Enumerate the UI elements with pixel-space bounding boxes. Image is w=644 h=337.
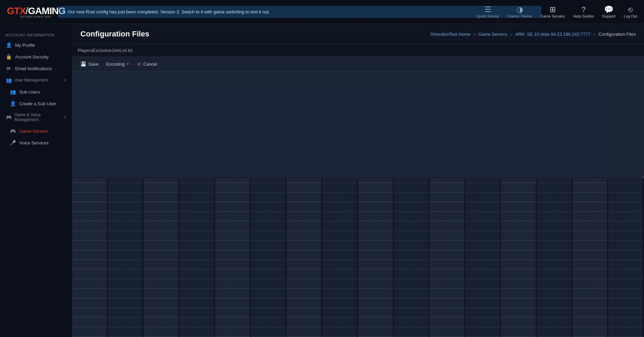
game-servers-nav-label: Game Servers: [541, 14, 565, 18]
my-profile-label: My Profile: [15, 43, 35, 48]
voice-services-icon: 🎤: [10, 140, 16, 145]
sub-users-icon: 👥: [10, 89, 16, 95]
rack-unit-16: [608, 179, 644, 337]
sidebar-item-account-security[interactable]: 🔒 Account Security: [0, 51, 72, 63]
account-security-icon: 🔒: [5, 54, 12, 59]
file-editor-textarea[interactable]: [72, 72, 644, 178]
log-out-label: Log Out: [624, 14, 637, 18]
main-content: Configuration Files GHoultonTest Home » …: [72, 24, 644, 337]
rack-unit-10: [394, 179, 430, 337]
rack-unit-5: [215, 179, 251, 337]
support-icon: 💬: [604, 6, 613, 13]
rack-unit-12: [465, 179, 501, 337]
rack-unit-3: [144, 179, 179, 337]
email-notifications-label: Email Notifications: [15, 66, 52, 71]
breadcrumb-sep-2: »: [510, 32, 512, 37]
game-servers-sidebar-icon: 🎮: [10, 128, 16, 134]
save-icon: 💾: [80, 61, 86, 67]
email-notifications-icon: ✉: [5, 66, 12, 71]
user-management-label: User Management: [14, 78, 48, 83]
encoding-dropdown[interactable]: Encoding ▼: [103, 60, 133, 68]
info-icon: ℹ: [63, 9, 65, 15]
encoding-chevron-icon: ▼: [126, 62, 130, 66]
breadcrumb-game-servers[interactable]: Game Servers: [478, 32, 507, 37]
editor-panel: PlayersExclusiveJoinList.txt 💾 Save Enco…: [72, 44, 644, 178]
breadcrumb-home[interactable]: GHoultonTest Home: [430, 32, 470, 37]
logo-tagline: ESTABLISHED 2007: [21, 15, 52, 18]
notification-message: Our new Rust config has just been comple…: [68, 9, 270, 14]
rack-unit-14: [537, 179, 573, 337]
sidebar-item-email-notifications[interactable]: ✉ Email Notifications: [0, 63, 72, 74]
breadcrumb-bar: Configuration Files GHoultonTest Home » …: [72, 24, 644, 44]
sidebar-item-sub-users[interactable]: 👥 Sub Users: [0, 86, 72, 98]
create-sub-user-label: Create a Sub User: [19, 101, 56, 106]
rack-unit-6: [251, 179, 287, 337]
rack-unit-2: [108, 179, 144, 337]
user-management-group[interactable]: 👥 User Management ∧: [0, 74, 72, 86]
game-voice-icon: 🎮: [5, 115, 12, 120]
game-voice-left: 🎮 Game & Voice Management: [5, 112, 64, 122]
breadcrumb-server[interactable]: ARK: SE 10 slots 94.23.180.242:7777: [515, 32, 590, 37]
nav-support[interactable]: 💬 Support: [602, 6, 615, 18]
help-guides-label: Help Guides: [573, 14, 594, 18]
my-profile-icon: 👤: [5, 42, 12, 48]
page-title: Configuration Files: [80, 30, 149, 39]
game-servers-nav-icon: ⊞: [549, 6, 556, 13]
logo: GTX/GAMING ESTABLISHED 2007: [7, 6, 65, 18]
game-servers-sidebar-label: Game Servers: [19, 129, 48, 134]
navbar: GTX/GAMING ESTABLISHED 2007 ℹ Our new Ru…: [0, 0, 644, 24]
editor-toolbar: 💾 Save Encoding ▼ ⊘ Cancel: [72, 57, 644, 72]
user-management-icon: 👥: [5, 77, 12, 83]
nav-game-servers[interactable]: ⊞ Game Servers: [541, 6, 565, 18]
save-label: Save: [88, 62, 99, 67]
voice-services-label: Voice Services: [19, 140, 48, 145]
game-voice-chevron: ∧: [64, 115, 67, 120]
sidebar: Account Information 👤 My Profile 🔒 Accou…: [0, 24, 72, 337]
breadcrumb-sep-3: »: [593, 32, 596, 37]
rack-unit-9: [358, 179, 394, 337]
user-management-left: 👥 User Management: [5, 77, 48, 83]
sidebar-item-create-sub-user[interactable]: 👤 Create a Sub User: [0, 98, 72, 109]
main-layout: Account Information 👤 My Profile 🔒 Accou…: [0, 24, 644, 337]
rack-unit-1: [72, 179, 108, 337]
logo-area: GTX/GAMING ESTABLISHED 2007: [7, 6, 65, 18]
nav-help-guides[interactable]: ? Help Guides: [573, 6, 594, 18]
save-button[interactable]: 💾 Save: [76, 59, 103, 68]
rack-unit-7: [287, 179, 322, 337]
server-rack-background: [72, 179, 644, 337]
log-out-icon: ⎋: [628, 6, 633, 13]
cancel-icon: ⊘: [137, 61, 141, 67]
nav-log-out[interactable]: ⎋ Log Out: [624, 6, 637, 18]
breadcrumb-current: Configuration Files: [599, 32, 636, 37]
cancel-button[interactable]: ⊘ Cancel: [133, 59, 161, 68]
rack-unit-11: [430, 179, 465, 337]
rack-unit-4: [179, 179, 215, 337]
breadcrumb-nav: GHoultonTest Home » Game Servers » ARK: …: [430, 32, 636, 37]
rack-unit-13: [501, 179, 537, 337]
support-label: Support: [602, 14, 615, 18]
breadcrumb-sep-1: »: [473, 32, 476, 37]
sub-users-label: Sub Users: [19, 89, 40, 95]
encoding-label: Encoding: [106, 62, 125, 67]
cancel-label: Cancel: [143, 62, 157, 67]
help-guides-icon: ?: [581, 6, 586, 13]
sidebar-item-my-profile[interactable]: 👤 My Profile: [0, 39, 72, 51]
sidebar-item-voice-services[interactable]: 🎤 Voice Services: [0, 137, 72, 149]
game-voice-management-group[interactable]: 🎮 Game & Voice Management ∧: [0, 109, 72, 125]
sidebar-item-game-servers[interactable]: 🎮 Game Servers: [0, 125, 72, 137]
editor-filename: PlayersExclusiveJoinList.txt: [72, 44, 644, 57]
account-info-label: Account Information: [0, 30, 72, 39]
create-sub-user-icon: 👤: [10, 101, 16, 106]
rack-unit-8: [322, 179, 358, 337]
account-security-label: Account Security: [15, 54, 49, 59]
rack-unit-15: [573, 179, 608, 337]
notification-bar: ℹ Our new Rust config has just been comp…: [58, 6, 541, 18]
game-voice-label: Game & Voice Management: [14, 112, 64, 122]
user-management-chevron: ∧: [64, 78, 67, 83]
